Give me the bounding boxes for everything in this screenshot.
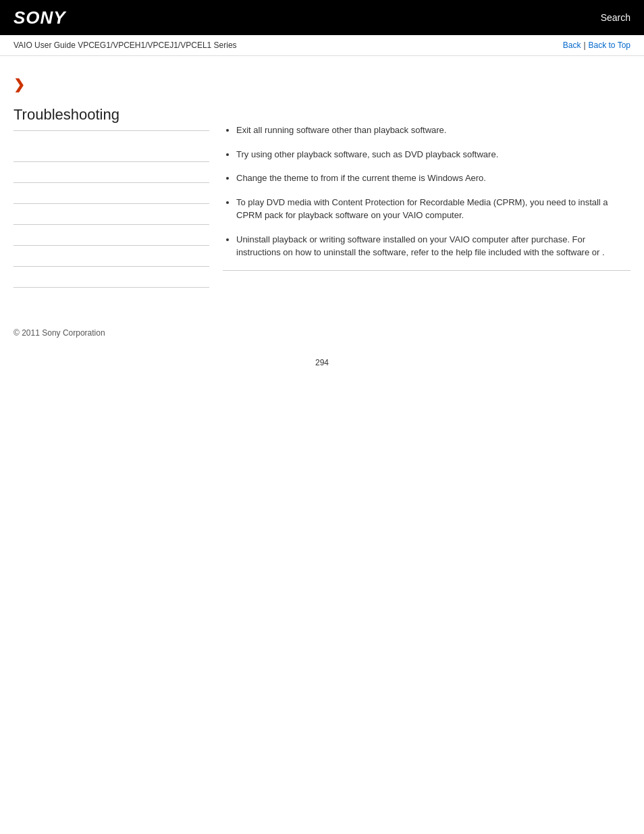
sidebar-nav-link[interactable] [14, 188, 209, 198]
copyright-text: © 2011 Sony Corporation [14, 328, 105, 338]
list-item: Uninstall playback or writing software i… [236, 233, 630, 259]
guide-title: VAIO User Guide VPCEG1/VPCEH1/VPCEJ1/VPC… [14, 41, 237, 50]
content-area: Exit all running software other than pla… [223, 70, 630, 288]
list-item: Exit all running software other than pla… [236, 124, 630, 137]
sidebar-nav-link[interactable] [14, 209, 209, 219]
content-list: Exit all running software other than pla… [223, 124, 630, 259]
list-item [14, 141, 209, 162]
sidebar: ❯ Troubleshooting [14, 70, 209, 288]
sidebar-nav-link[interactable] [14, 147, 209, 156]
list-item [14, 267, 209, 288]
content-divider [223, 270, 630, 271]
back-link[interactable]: Back [563, 41, 581, 50]
list-item: Try using other playback software, such … [236, 148, 630, 161]
main-container: ❯ Troubleshooting Exit all running softw… [0, 56, 644, 301]
list-item: Change the theme to from if the current … [236, 172, 630, 185]
sony-logo: SONY [14, 7, 66, 28]
list-item [14, 162, 209, 183]
list-item [14, 225, 209, 246]
sidebar-title: Troubleshooting [14, 106, 209, 131]
footer: © 2011 Sony Corporation [0, 315, 644, 351]
sidebar-nav [14, 141, 209, 288]
breadcrumb-links: Back | Back to Top [563, 41, 630, 50]
chevron-icon: ❯ [14, 76, 209, 93]
sidebar-nav-link[interactable] [14, 230, 209, 240]
list-item [14, 183, 209, 204]
search-button[interactable]: Search [601, 12, 630, 23]
sidebar-nav-link[interactable] [14, 272, 209, 282]
list-item [14, 246, 209, 267]
nav-separator: | [583, 41, 585, 50]
header: SONY Search [0, 0, 644, 35]
list-item [14, 204, 209, 225]
sidebar-nav-link[interactable] [14, 251, 209, 261]
breadcrumb-bar: VAIO User Guide VPCEG1/VPCEH1/VPCEJ1/VPC… [0, 35, 644, 56]
back-to-top-link[interactable]: Back to Top [589, 41, 630, 50]
sidebar-nav-link[interactable] [14, 167, 209, 177]
page-number: 294 [0, 351, 644, 381]
list-item: To play DVD media with Content Protectio… [236, 196, 630, 222]
